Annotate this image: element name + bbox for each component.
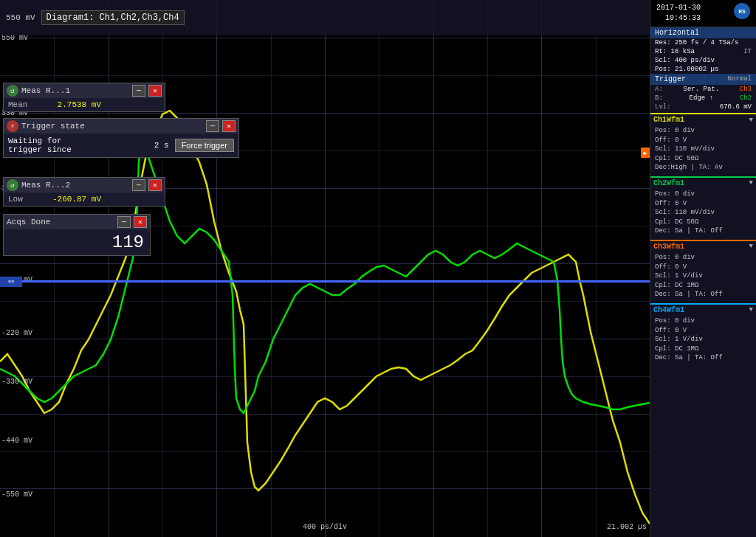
y-label-neg330: -330 mV (1, 377, 32, 385)
ch1-off: Off: 0 V (655, 136, 752, 145)
acqs-done-header: Acqs Done ─ ✕ (4, 215, 150, 229)
ch2-pos: Pos: 0 div (655, 190, 752, 199)
ch2-detail: Pos: 0 div Off: 0 V Scl: 110 mV/div Cpl:… (650, 189, 756, 238)
acqs-done-minimize-btn[interactable]: ─ (117, 216, 131, 228)
horizontal-section-header: Horizontal (650, 27, 756, 38)
force-trigger-button[interactable]: Force trigger (175, 139, 234, 152)
acqs-done-panel: Acqs Done ─ ✕ 119 (3, 214, 151, 256)
meas-r2-close-btn[interactable]: ✕ (148, 179, 162, 191)
y-label-neg220: -220 mV (1, 329, 32, 337)
ch1-header[interactable]: Ch1Wfm1 ▼ (650, 114, 756, 125)
ch4-header[interactable]: Ch4Wfm1 ▼ (650, 305, 756, 316)
horizontal-scl-row: Scl: 400 ps/div (650, 56, 756, 65)
trigger-b-ch: Ch2 (740, 94, 752, 102)
ch3-dec: Dec: Sa | TA: Off (655, 290, 752, 299)
scope-screen: ≡≡ ▶ 550 mV Diagram1: Ch1,Ch2,Ch3,Ch4 55… (0, 0, 650, 537)
trigger-label: Trigger (655, 75, 686, 83)
trigger-a-label: A: (655, 86, 663, 93)
ch3-section: Ch3Wfm1 ▼ Pos: 0 div Off: 0 V Scl: 1 V/d… (650, 240, 756, 302)
ch3-scl: Scl: 1 V/div (655, 271, 752, 281)
datetime-text: 2017-01-30 10:45:33 (656, 3, 701, 24)
ch2-header[interactable]: Ch2Wfm1 ▼ (650, 178, 756, 189)
ch2-dec: Dec: Sa | TA: Off (655, 226, 752, 236)
ch2-off: Off: 0 V (655, 199, 752, 209)
horizontal-pos-row: Pos: 21.00002 µs (650, 65, 756, 74)
ch3-header[interactable]: Ch3Wfm1 ▼ (650, 241, 756, 252)
ch3-pos: Pos: 0 div (655, 253, 752, 263)
ch1-detail: Pos: 0 div Off: 0 V Scl: 110 mV/div Cpl:… (650, 125, 756, 175)
ch2-scl: Scl: 110 mV/div (655, 208, 752, 218)
right-panel: 2017-01-30 10:45:33 RS Horizontal Res: 2… (650, 0, 756, 537)
trigger-a-row: A: Ser. Pat. Ch3 (650, 85, 756, 94)
meas-r2-minimize-btn[interactable]: ─ (132, 179, 145, 191)
trigger-b-row: B: Edge ↑ Ch2 (650, 94, 756, 103)
meas-r1-minimize-btn[interactable]: ─ (132, 85, 145, 97)
zero-marker: ≡≡ (0, 277, 22, 287)
meas-r2-content: Low -260.87 mV (4, 193, 165, 206)
ch1-pos: Pos: 0 div (655, 126, 752, 136)
meas-r1-header: ↺ Meas R...1 ─ ✕ (4, 83, 165, 98)
meas-r2-value: -260.87 mV (42, 195, 101, 204)
ch3-cpl: Cpl: DC 1MΩ (655, 281, 752, 291)
ch4-name: Ch4Wfm1 (653, 306, 684, 314)
ch1-cpl: Cpl: DC 50Ω (655, 154, 752, 164)
ch1-name: Ch1Wfm1 (653, 116, 684, 124)
meas-r1-title: Meas R...1 (21, 86, 129, 95)
acqs-done-count: 119 (4, 229, 150, 255)
ch4-dec: Dec: Sa | TA: Off (655, 353, 752, 363)
y-label-neg550: -550 mV (1, 490, 32, 498)
horizontal-rt-row: Rt: 16 kSa IT (650, 47, 756, 56)
ch3-expand-icon: ▼ (749, 243, 753, 250)
time-per-div-label: 400 ps/div (303, 523, 347, 531)
ch4-pos: Pos: 0 div (655, 316, 752, 326)
trigger-state-title: Trigger state (21, 122, 203, 131)
trigger-state-minimize-btn[interactable]: ─ (206, 120, 219, 132)
meas-r2-panel: ↺ Meas R...2 ─ ✕ Low -260.87 mV (3, 177, 165, 207)
time-display: 10:45:33 (656, 13, 701, 24)
time-position-label: 21.002 µs (607, 523, 647, 531)
meas-r1-icon: ↺ (7, 85, 18, 97)
horizontal-rt-value: Rt: 16 kSa (655, 48, 695, 55)
horizontal-label: Horizontal (655, 29, 699, 37)
ch1-scl: Scl: 110 mV/div (655, 145, 752, 154)
ch2-section: Ch2Wfm1 ▼ Pos: 0 div Off: 0 V Scl: 110 m… (650, 176, 756, 238)
waveform-svg (0, 0, 650, 537)
meas-r2-title: Meas R...2 (21, 181, 129, 190)
meas-r2-label: Low (8, 195, 38, 204)
ch4-expand-icon: ▼ (749, 306, 753, 313)
trigger-b-value: Edge ↑ (690, 94, 713, 102)
ch4-cpl: Cpl: DC 1MΩ (655, 344, 752, 354)
ch2-cpl: Cpl: DC 50Ω (655, 218, 752, 227)
horizontal-res-value: Res: 250 fs / 4 TSa/s (655, 39, 738, 46)
trigger-b-label: B: (655, 94, 663, 102)
meas-r1-value: 2.7538 mV (42, 100, 101, 109)
horizontal-scl-value: Scl: 400 ps/div (655, 57, 715, 64)
trigger-state-header: ⚡ Trigger state ─ ✕ (4, 119, 238, 134)
ch1-expand-icon: ▼ (749, 117, 753, 124)
trigger-state-close-btn[interactable]: ✕ (222, 120, 236, 132)
ch3-detail: Pos: 0 div Off: 0 V Scl: 1 V/div Cpl: DC… (650, 252, 756, 302)
meas-r1-label: Mean (8, 100, 38, 109)
ch4-section: Ch4Wfm1 ▼ Pos: 0 div Off: 0 V Scl: 1 V/d… (650, 303, 756, 365)
top-bar: 550 mV Diagram1: Ch1,Ch2,Ch3,Ch4 (0, 0, 650, 35)
trigger-state-message: Waiting for trigger since (8, 136, 148, 154)
trigger-status: Normal (728, 75, 752, 83)
ch1-section: Ch1Wfm1 ▼ Pos: 0 div Off: 0 V Scl: 110 m… (650, 113, 756, 175)
ch2-name: Ch2Wfm1 (653, 179, 684, 187)
ch4-scl: Scl: 1 V/div (655, 335, 752, 344)
meas-r2-icon: ↺ (7, 179, 18, 191)
meas-r1-close-btn[interactable]: ✕ (148, 85, 162, 97)
horizontal-pos-value: Pos: 21.00002 µs (655, 66, 718, 73)
horizontal-mode: IT (743, 48, 752, 55)
trigger-arrow: ▶ (641, 148, 650, 158)
trigger-lvl-value: 670.6 mV (720, 103, 752, 111)
ch3-off: Off: 0 V (655, 263, 752, 272)
meas-r2-header: ↺ Meas R...2 ─ ✕ (4, 178, 165, 193)
trigger-state-icon: ⚡ (7, 120, 18, 132)
diagram-label: Diagram1: Ch1,Ch2,Ch3,Ch4 (41, 10, 185, 25)
rs-logo: RS (734, 3, 750, 19)
trigger-lvl-row: Lvl: 670.6 mV (650, 103, 756, 111)
acqs-done-close-btn[interactable]: ✕ (134, 216, 147, 228)
ch1-waveform (0, 111, 650, 524)
trigger-a-ch: Ch3 (740, 86, 752, 93)
